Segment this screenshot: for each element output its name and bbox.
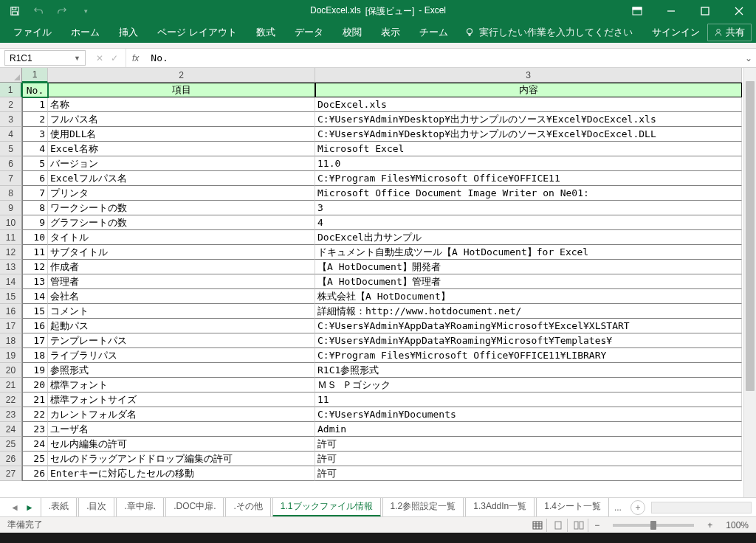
sheet-tab[interactable]: .DOC中扉. xyxy=(165,498,224,517)
row-header-24[interactable]: 24 xyxy=(0,422,22,437)
cell-no[interactable]: 26 xyxy=(22,466,48,481)
cell-item[interactable]: プリンタ xyxy=(48,186,315,201)
row-header-21[interactable]: 21 xyxy=(0,378,22,392)
ribbon-display-icon[interactable] xyxy=(620,0,654,22)
row-header-12[interactable]: 12 xyxy=(0,245,22,260)
signin-link[interactable]: サインイン xyxy=(652,26,700,39)
cell-item[interactable]: 起動パス xyxy=(48,319,315,333)
col-header-1[interactable]: 1 xyxy=(22,68,48,83)
col-header-3[interactable]: 3 xyxy=(315,68,742,83)
cell-value[interactable]: 株式会社【A HotDocument】 xyxy=(315,289,742,304)
sheet-tab[interactable]: 1.2参照設定一覧 xyxy=(382,498,464,517)
row-header-27[interactable]: 27 xyxy=(0,466,22,481)
cell-item[interactable]: セルのドラッグアンドドロップ編集の許可 xyxy=(48,452,315,466)
name-box-dropdown-icon[interactable]: ▼ xyxy=(74,55,80,62)
cell-no[interactable]: 4 xyxy=(22,142,48,156)
cell-no[interactable]: 8 xyxy=(22,201,48,215)
row-header-8[interactable]: 8 xyxy=(0,186,22,201)
cell-no[interactable]: 18 xyxy=(22,348,48,363)
cell-item[interactable]: Enterキーに対応したセルの移動 xyxy=(48,466,315,481)
cell-value[interactable]: C:¥Users¥Admin¥Documents xyxy=(315,407,742,422)
row-header-22[interactable]: 22 xyxy=(0,392,22,407)
row-header-7[interactable]: 7 xyxy=(0,171,22,186)
cell-item[interactable]: バージョン xyxy=(48,156,315,171)
sheet-tab[interactable]: 1.3AddIn一覧 xyxy=(465,498,535,517)
zoom-thumb[interactable] xyxy=(650,521,656,530)
cell-item[interactable]: カレントフォルダ名 xyxy=(48,407,315,422)
sheet-tab[interactable]: .目次 xyxy=(78,498,114,517)
cell-value[interactable]: ＭＳ Ｐゴシック xyxy=(315,378,742,392)
cell-item[interactable]: グラフシートの数 xyxy=(48,215,315,230)
cell-no[interactable]: 1 xyxy=(22,97,48,112)
scroll-thumb[interactable] xyxy=(746,81,755,391)
row-header-11[interactable]: 11 xyxy=(0,230,22,245)
cell-item[interactable]: サブタイトル xyxy=(48,245,315,260)
cell-item[interactable]: Excelフルパス名 xyxy=(48,171,315,186)
redo-icon[interactable] xyxy=(53,2,71,20)
cell-value[interactable]: 許可 xyxy=(315,437,742,452)
row-header-3[interactable]: 3 xyxy=(0,112,22,127)
name-box[interactable]: R1C1 ▼ xyxy=(4,50,86,66)
row-header-9[interactable]: 9 xyxy=(0,201,22,215)
cell-r1c2[interactable]: 項目 xyxy=(48,83,315,97)
tell-me-search[interactable]: 実行したい作業を入力してください xyxy=(464,26,633,39)
tab-team[interactable]: チーム xyxy=(410,23,457,42)
cell-item[interactable]: テンプレートパス xyxy=(48,333,315,348)
cell-value[interactable]: 許可 xyxy=(315,466,742,481)
cell-no[interactable]: 6 xyxy=(22,171,48,186)
normal-view-icon[interactable] xyxy=(528,519,547,532)
cell-no[interactable]: 11 xyxy=(22,245,48,260)
add-sheet-icon[interactable]: + xyxy=(630,500,645,515)
row-header-18[interactable]: 18 xyxy=(0,333,22,348)
row-header-2[interactable]: 2 xyxy=(0,97,22,112)
cell-item[interactable]: セル内編集の許可 xyxy=(48,437,315,452)
share-button[interactable]: 共有 xyxy=(707,24,752,41)
cell-value[interactable]: C:¥Users¥Admin¥Desktop¥出力サンプルのソース¥Excel¥… xyxy=(315,127,742,142)
cells-area[interactable]: No.項目内容1名称DocExcel.xls2フルパス名C:¥Users¥Adm… xyxy=(22,83,743,497)
row-header-4[interactable]: 4 xyxy=(0,127,22,142)
row-header-10[interactable]: 10 xyxy=(0,215,22,230)
cell-value[interactable]: 【A HotDocument】管理者 xyxy=(315,274,742,289)
cell-value[interactable]: 【A HotDocument】開発者 xyxy=(315,260,742,274)
cell-value[interactable]: Admin xyxy=(315,422,742,437)
undo-icon[interactable] xyxy=(30,2,47,20)
qat-dropdown-icon[interactable]: ▾ xyxy=(77,2,94,20)
cell-value[interactable]: 詳細情報：http://www.hotdocument.net/ xyxy=(315,304,742,319)
cell-item[interactable]: 会社名 xyxy=(48,289,315,304)
cell-item[interactable]: ユーザ名 xyxy=(48,422,315,437)
cell-r1c3[interactable]: 内容 xyxy=(315,83,742,97)
cell-value[interactable]: Microsoft Office Document Image Writer o… xyxy=(315,186,742,201)
cell-no[interactable]: 22 xyxy=(22,407,48,422)
tab-view[interactable]: 表示 xyxy=(372,23,409,42)
row-header-1[interactable]: 1 xyxy=(0,83,22,97)
row-header-14[interactable]: 14 xyxy=(0,274,22,289)
cell-no[interactable]: 3 xyxy=(22,127,48,142)
cell-no[interactable]: 21 xyxy=(22,392,48,407)
cell-no[interactable]: 16 xyxy=(22,319,48,333)
cell-no[interactable]: 24 xyxy=(22,437,48,452)
cell-item[interactable]: 標準フォントサイズ xyxy=(48,392,315,407)
cell-value[interactable]: ドキュメント自動生成ツール【A HotDocument】for Excel xyxy=(315,245,742,260)
zoom-in-icon[interactable]: + xyxy=(703,520,717,530)
cell-no[interactable]: 7 xyxy=(22,186,48,201)
cell-no[interactable]: 25 xyxy=(22,452,48,466)
row-header-16[interactable]: 16 xyxy=(0,304,22,319)
cell-no[interactable]: 10 xyxy=(22,230,48,245)
cell-value[interactable]: DocExcel出力サンプル xyxy=(315,230,742,245)
cell-no[interactable]: 9 xyxy=(22,215,48,230)
cell-no[interactable]: 2 xyxy=(22,112,48,127)
close-icon[interactable] xyxy=(722,0,756,22)
enter-formula-icon[interactable]: ✓ xyxy=(111,53,118,63)
cell-value[interactable]: C:¥Users¥Admin¥AppData¥Roaming¥Microsoft… xyxy=(315,333,742,348)
row-header-23[interactable]: 23 xyxy=(0,407,22,422)
horizontal-scrollbar[interactable] xyxy=(651,502,752,513)
cell-item[interactable]: Excel名称 xyxy=(48,142,315,156)
save-icon[interactable] xyxy=(6,2,24,20)
cell-value[interactable]: R1C1参照形式 xyxy=(315,363,742,378)
cell-item[interactable]: 使用DLL名 xyxy=(48,127,315,142)
tab-file[interactable]: ファイル xyxy=(4,23,61,42)
cell-value[interactable]: C:¥Users¥Admin¥AppData¥Roaming¥Microsoft… xyxy=(315,319,742,333)
cell-item[interactable]: 標準フォント xyxy=(48,378,315,392)
cell-item[interactable]: フルパス名 xyxy=(48,112,315,127)
cell-value[interactable]: C:¥Program Files¥Microsoft Office¥OFFICE… xyxy=(315,171,742,186)
